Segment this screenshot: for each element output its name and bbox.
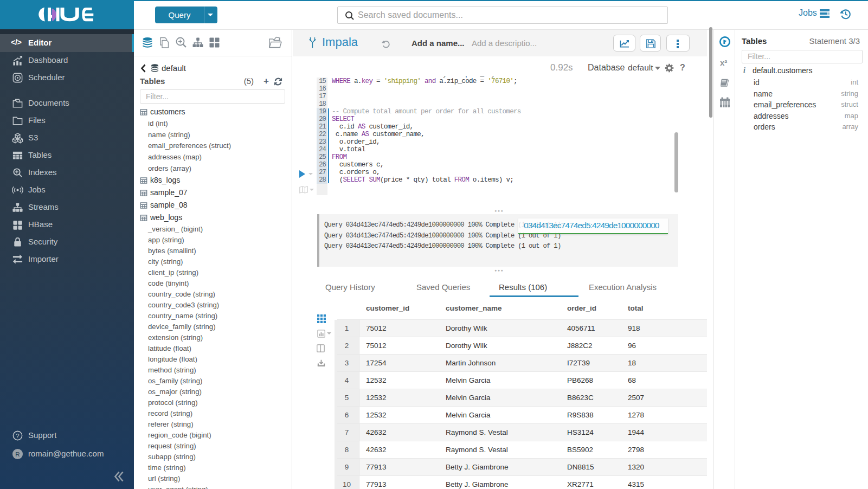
svg-text:?: ?: [16, 433, 19, 439]
svg-text:R: R: [15, 451, 20, 458]
